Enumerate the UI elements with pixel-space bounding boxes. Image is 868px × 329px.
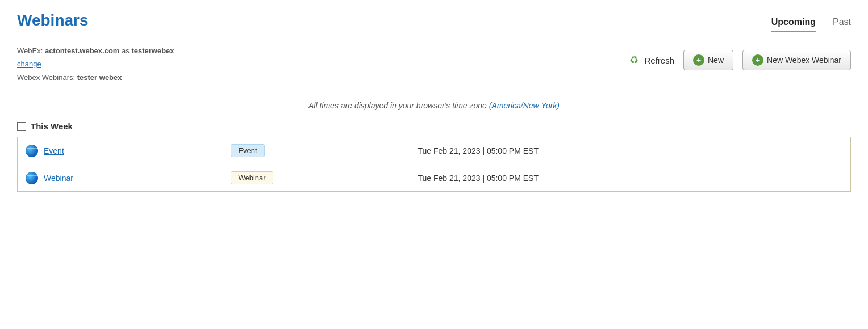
type-badge: Event [231,144,264,157]
type-badge: Webinar [231,171,273,184]
header-row: Webinars Upcoming Past [17,11,851,37]
event-type-cell: Event [223,137,410,164]
event-date-cell: Tue Feb 21, 2023 | 05:00 PM EST [410,137,850,164]
webinars-label: Webex Webinars: [17,73,75,82]
new-webex-label: New Webex Webinar [767,56,841,65]
tabs-area: Upcoming Past [771,11,851,32]
table-row: Webinar Webinar Tue Feb 21, 2023 | 05:00… [18,164,851,192]
event-name-cell: Event [18,137,223,164]
page-title: Webinars [17,11,89,29]
webex-as: as [122,47,130,55]
refresh-icon: ♻ [627,53,641,67]
table-row: Event Event Tue Feb 21, 2023 | 05:00 PM … [18,137,851,164]
event-name-cell: Webinar [18,164,223,192]
event-link[interactable]: Event [44,146,64,155]
this-week-section-header: − This Week [17,121,851,131]
new-webex-plus-icon: + [752,54,763,66]
collapse-icon[interactable]: − [17,122,26,131]
new-plus-icon: + [693,54,704,66]
webex-domain: actontest.webex.com [45,47,120,55]
event-date-cell: Tue Feb 21, 2023 | 05:00 PM EST [410,164,850,192]
globe-icon [26,145,38,157]
event-type-cell: Webinar [223,164,410,192]
refresh-button[interactable]: ♻ Refresh [627,53,674,67]
events-table: Event Event Tue Feb 21, 2023 | 05:00 PM … [17,137,851,192]
action-buttons: ♻ Refresh + New + New Webex Webinar [627,44,851,70]
change-link-line: change [17,57,174,70]
new-label: New [708,56,724,65]
webex-info: WebEx: actontest.webex.com as testerwebe… [17,44,174,84]
webinars-user: tester webex [77,73,122,82]
timezone-link[interactable]: (America/New York) [489,101,560,110]
webinars-line: Webex Webinars: tester webex [17,71,174,84]
event-link[interactable]: Webinar [44,174,73,183]
subtitle-area: WebEx: actontest.webex.com as testerwebe… [17,44,851,84]
section-title: This Week [31,121,73,131]
new-button[interactable]: + New [683,50,733,70]
webex-line: WebEx: actontest.webex.com as testerwebe… [17,44,174,57]
globe-icon [26,172,38,184]
webex-label: WebEx: [17,47,43,55]
page-container: Webinars Upcoming Past WebEx: actontest.… [0,0,868,329]
timezone-text: All times are displayed in your browser'… [308,101,487,110]
timezone-notice: All times are displayed in your browser'… [17,101,851,110]
new-webex-button[interactable]: + New Webex Webinar [742,50,851,70]
tab-past[interactable]: Past [833,17,851,32]
webex-username: testerwebex [131,47,174,55]
change-link[interactable]: change [17,60,41,68]
refresh-label: Refresh [644,56,674,65]
tab-upcoming[interactable]: Upcoming [771,17,816,32]
